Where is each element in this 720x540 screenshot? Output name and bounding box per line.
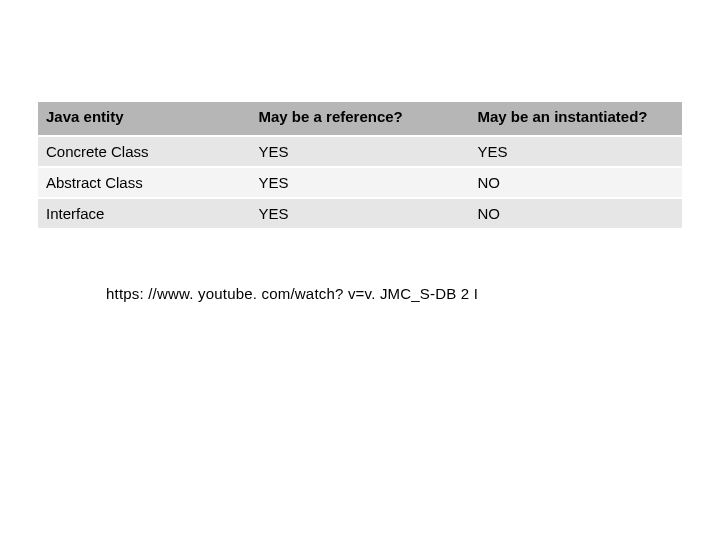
header-instantiated: May be an instantiated? xyxy=(469,101,682,136)
slide-content: Java entity May be a reference? May be a… xyxy=(0,0,720,302)
cell-reference: YES xyxy=(251,198,470,229)
cell-instantiated: NO xyxy=(469,167,682,198)
header-reference: May be a reference? xyxy=(251,101,470,136)
cell-entity: Abstract Class xyxy=(38,167,251,198)
cell-instantiated: NO xyxy=(469,198,682,229)
table-row: Abstract Class YES NO xyxy=(38,167,682,198)
video-url-text: https: //www. youtube. com/watch? v=v. J… xyxy=(106,285,682,302)
table-header-row: Java entity May be a reference? May be a… xyxy=(38,101,682,136)
cell-entity: Concrete Class xyxy=(38,136,251,167)
cell-reference: YES xyxy=(251,167,470,198)
header-entity: Java entity xyxy=(38,101,251,136)
cell-entity: Interface xyxy=(38,198,251,229)
cell-reference: YES xyxy=(251,136,470,167)
cell-instantiated: YES xyxy=(469,136,682,167)
table-row: Interface YES NO xyxy=(38,198,682,229)
java-entity-table: Java entity May be a reference? May be a… xyxy=(38,100,682,230)
table-row: Concrete Class YES YES xyxy=(38,136,682,167)
